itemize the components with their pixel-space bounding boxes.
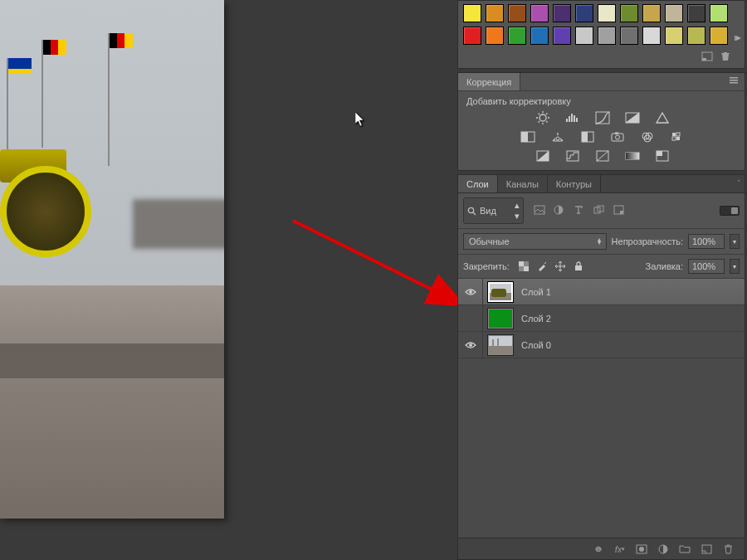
tab-paths[interactable]: Контуры <box>548 175 601 192</box>
lock-transparency-icon[interactable] <box>518 261 530 272</box>
trash-icon[interactable] <box>718 50 733 63</box>
lock-all-icon[interactable] <box>573 261 584 272</box>
new-swatch-icon[interactable] <box>700 50 715 63</box>
group-icon[interactable] <box>678 543 691 555</box>
fill-field[interactable]: 100% <box>688 259 725 274</box>
swatch[interactable] <box>486 4 504 22</box>
swatch[interactable] <box>620 27 638 45</box>
link-layers-icon[interactable] <box>592 543 605 555</box>
opacity-field[interactable]: 100% <box>688 234 725 249</box>
visibility-toggle[interactable] <box>458 279 483 304</box>
layer-thumbnail[interactable] <box>488 335 513 355</box>
filter-kind-dropdown[interactable]: Вид ▴▾ <box>463 197 524 224</box>
swatch[interactable] <box>508 4 526 22</box>
lock-pixels-icon[interactable] <box>536 261 548 272</box>
swatch[interactable] <box>642 4 661 22</box>
filter-adjustment-icon[interactable] <box>554 205 567 217</box>
posterize-icon[interactable] <box>564 149 582 163</box>
swatch-grid <box>463 4 740 45</box>
adjustments-tab[interactable]: Коррекция <box>458 73 520 90</box>
swatch[interactable] <box>463 27 481 45</box>
hue-saturation-icon[interactable] <box>519 129 537 144</box>
levels-icon[interactable] <box>564 110 582 125</box>
swatch[interactable] <box>665 4 683 22</box>
swatch[interactable] <box>598 27 616 45</box>
swatch[interactable] <box>710 4 728 22</box>
tab-channels[interactable]: Каналы <box>498 175 548 192</box>
swatch[interactable] <box>665 27 683 45</box>
document-canvas[interactable] <box>0 0 224 519</box>
black-white-icon[interactable] <box>579 129 597 144</box>
svg-rect-66 <box>702 545 711 553</box>
threshold-icon[interactable] <box>593 149 612 163</box>
brightness-contrast-icon[interactable] <box>534 110 552 125</box>
swatch[interactable] <box>687 4 706 22</box>
photo-filter-icon[interactable] <box>608 129 627 144</box>
swatch[interactable] <box>575 27 593 45</box>
swatch[interactable] <box>575 4 593 22</box>
vibrance-icon[interactable] <box>653 110 671 125</box>
blend-opacity-row: Обычные▴▾ Непрозрачность: 100% ▾ <box>458 229 745 255</box>
svg-rect-18 <box>571 114 573 122</box>
svg-rect-1 <box>735 36 736 41</box>
svg-rect-44 <box>657 151 662 156</box>
visibility-toggle[interactable] <box>458 332 483 358</box>
filter-type-icon[interactable] <box>574 205 587 217</box>
swatch[interactable] <box>530 27 549 45</box>
exposure-icon[interactable] <box>623 110 642 125</box>
adjustment-layer-icon[interactable] <box>657 543 670 555</box>
layer-row[interactable]: Слой 1 <box>458 279 745 305</box>
layer-name-label[interactable]: Слой 2 <box>521 314 551 324</box>
filter-pixel-icon[interactable] <box>534 205 547 217</box>
trash-icon[interactable] <box>721 543 735 555</box>
opacity-stepper[interactable]: ▾ <box>730 234 740 249</box>
svg-point-62 <box>469 343 472 347</box>
swatch[interactable] <box>508 27 526 45</box>
canvas-workspace <box>0 0 448 560</box>
svg-rect-19 <box>574 115 575 122</box>
filter-shape-icon[interactable] <box>593 205 607 217</box>
swatch[interactable] <box>710 27 728 45</box>
filter-smartobject-icon[interactable] <box>613 205 627 217</box>
blend-mode-dropdown[interactable]: Обычные▴▾ <box>463 233 607 250</box>
fill-stepper[interactable]: ▾ <box>730 259 740 274</box>
tab-layers[interactable]: Слои <box>458 175 498 192</box>
layer-thumbnail[interactable] <box>488 282 513 302</box>
swatch[interactable] <box>687 27 706 45</box>
layer-row[interactable]: Слой 0 <box>458 332 745 358</box>
selective-color-icon[interactable] <box>653 149 671 163</box>
swatch[interactable] <box>530 4 549 22</box>
filter-toggle-switch[interactable] <box>720 206 740 216</box>
invert-icon[interactable] <box>534 149 552 163</box>
panel-menu-icon[interactable] <box>735 34 746 46</box>
layer-fx-icon[interactable]: fx▾ <box>613 543 627 555</box>
layer-mask-icon[interactable] <box>635 543 648 555</box>
visibility-toggle[interactable] <box>458 305 483 331</box>
layer-name-label[interactable]: Слой 1 <box>521 287 551 297</box>
swatch[interactable] <box>553 4 571 22</box>
panel-menu-icon[interactable] <box>730 76 741 88</box>
swatch[interactable] <box>553 27 571 45</box>
new-layer-icon[interactable] <box>700 543 713 555</box>
channel-mixer-icon[interactable] <box>638 129 657 144</box>
curves-icon[interactable] <box>593 110 612 125</box>
layer-thumbnail[interactable] <box>488 309 513 329</box>
lock-position-icon[interactable] <box>554 261 566 272</box>
color-balance-icon[interactable] <box>549 129 567 144</box>
swatch[interactable] <box>620 4 638 22</box>
gradient-map-icon[interactable] <box>623 149 642 163</box>
svg-rect-37 <box>676 137 680 140</box>
layer-name-label[interactable]: Слой 0 <box>521 340 551 350</box>
swatch[interactable] <box>463 4 481 22</box>
lock-fill-row: Закрепить: Заливка: 100% ▾ <box>458 255 745 279</box>
swatch[interactable] <box>642 27 661 45</box>
swatch[interactable] <box>486 27 504 45</box>
swatch[interactable] <box>598 4 616 22</box>
svg-rect-5 <box>730 80 738 81</box>
svg-rect-34 <box>672 133 676 136</box>
color-lookup-icon[interactable] <box>668 129 686 144</box>
layer-row[interactable]: Слой 2 <box>458 305 745 332</box>
swatches-panel <box>457 0 745 69</box>
svg-rect-59 <box>519 266 524 271</box>
panel-menu-icon[interactable] <box>733 175 745 187</box>
